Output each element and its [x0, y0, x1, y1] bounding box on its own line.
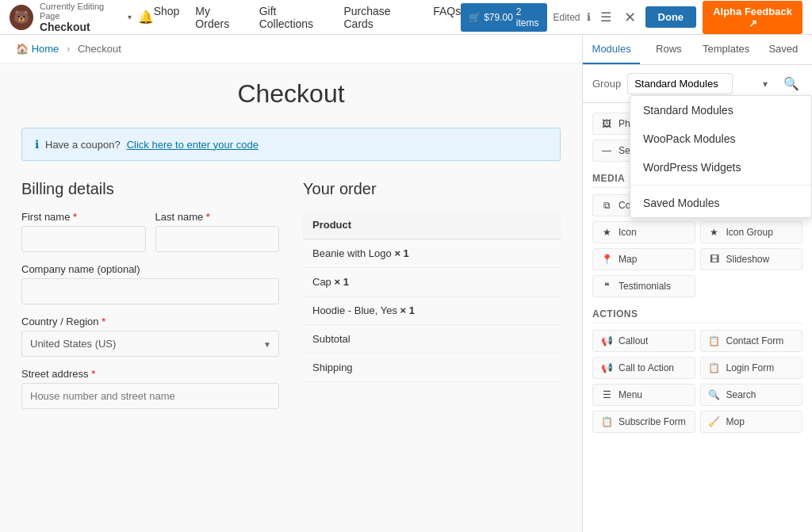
first-name-label: First name * — [21, 211, 146, 223]
search-button[interactable]: 🔍 — [780, 73, 802, 94]
page-title: Checkout — [21, 79, 561, 109]
module-contact-form[interactable]: 📋 Contact Form — [700, 330, 803, 352]
shipping-value — [526, 354, 561, 382]
bell-icon[interactable]: 🔔 — [138, 10, 154, 25]
breadcrumb-home[interactable]: Home — [32, 43, 59, 55]
close-button[interactable]: ✕ — [621, 6, 639, 29]
module-slideshow-label: Slideshow — [726, 254, 770, 265]
last-name-group: Last name * — [155, 211, 280, 252]
cart-price: $79.00 — [484, 12, 513, 23]
nav-bar: Shop My Orders Gift Collections Purchase… — [154, 2, 462, 33]
dropdown-divider — [630, 185, 811, 186]
street-input[interactable] — [21, 383, 279, 409]
item-price — [526, 268, 561, 297]
call-to-action-icon: 📢 — [599, 362, 614, 373]
coupon-link[interactable]: Click here to enter your code — [127, 139, 259, 151]
module-mop[interactable]: 🧹 Mop — [700, 411, 803, 433]
testimonials-icon: ❝ — [599, 281, 614, 292]
icon-group-icon: ★ — [707, 227, 722, 238]
coupon-text: Have a coupon? — [45, 139, 121, 151]
module-map-label: Map — [619, 254, 637, 265]
module-login-form[interactable]: 📋 Login Form — [700, 357, 803, 379]
module-subscribe-form[interactable]: 📋 Subscribe Form — [592, 411, 695, 433]
tab-modules[interactable]: Modules — [583, 35, 640, 64]
required-marker: * — [102, 316, 105, 327]
subtotal-label: Subtotal — [303, 325, 526, 354]
table-row: Cap × 1 — [303, 268, 561, 297]
main-layout: 🏠 Home › Checkout Checkout ℹ Have a coup… — [0, 35, 812, 532]
module-slideshow[interactable]: 🎞 Slideshow — [700, 248, 803, 270]
module-icon-group[interactable]: ★ Icon Group — [700, 221, 803, 243]
slideshow-icon: 🎞 — [707, 254, 722, 265]
module-map[interactable]: 📍 Map — [592, 248, 695, 270]
dropdown-item-standard[interactable]: Standard Modules — [630, 96, 811, 124]
breadcrumb-separator: › — [67, 43, 70, 55]
dropdown-item-wordpress[interactable]: WordPress Widgets — [630, 153, 811, 182]
menu-icon: ☰ — [599, 389, 614, 400]
company-label: Company name (optional) — [21, 263, 279, 275]
top-bar-left: 🐻 Currently Editing Page Checkout ▾ 🔔 — [10, 2, 154, 33]
coupon-info-icon: ℹ — [35, 138, 39, 151]
login-form-icon: 📋 — [707, 362, 722, 373]
required-marker: * — [91, 368, 95, 380]
billing-section: Billing details First name * Last name — [21, 180, 279, 420]
module-callout-label: Callout — [619, 335, 648, 346]
group-label: Group — [592, 78, 621, 90]
module-callout[interactable]: 📢 Callout — [592, 330, 695, 352]
country-group: Country / Region * United States (US) — [21, 316, 279, 357]
last-name-label: Last name * — [155, 211, 280, 223]
last-name-input[interactable] — [155, 226, 280, 252]
nav-gift-collections[interactable]: Gift Collections — [259, 2, 328, 33]
street-label: Street address * — [21, 368, 279, 380]
nav-faqs[interactable]: FAQs — [433, 2, 461, 33]
group-select[interactable]: Standard ModulesWooPack ModulesWordPress… — [627, 73, 733, 94]
country-select[interactable]: United States (US) — [21, 331, 279, 357]
module-contact-form-label: Contact Form — [726, 335, 784, 346]
street-group: Street address * — [21, 368, 279, 409]
order-section: Your order Product Beanie with Logo — [303, 180, 561, 420]
module-menu[interactable]: ☰ Menu — [592, 384, 695, 406]
first-name-input[interactable] — [21, 226, 146, 252]
top-bar-right: 🛒 $79.00 2 items Edited ℹ ☰ ✕ Done Alpha… — [461, 1, 802, 34]
done-button[interactable]: Done — [645, 6, 697, 28]
mop-icon: 🧹 — [707, 416, 722, 427]
module-testimonials[interactable]: ❝ Testimonials — [592, 275, 695, 297]
item-name: Beanie with Logo × 1 — [303, 239, 526, 268]
module-icon[interactable]: ★ Icon — [592, 221, 695, 243]
module-mop-label: Mop — [726, 416, 745, 427]
dropdown-item-woopack[interactable]: WooPack Modules — [630, 124, 811, 153]
separator-icon: — — [599, 145, 614, 156]
module-search[interactable]: 🔍 Search — [700, 384, 803, 406]
first-name-group: First name * — [21, 211, 146, 252]
company-group: Company name (optional) — [21, 263, 279, 304]
top-bar: 🐻 Currently Editing Page Checkout ▾ 🔔 Sh… — [0, 0, 812, 35]
search-module-icon: 🔍 — [707, 389, 722, 400]
order-title: Your order — [303, 180, 561, 198]
callout-icon: 📢 — [599, 335, 614, 346]
module-icon-label: Icon — [619, 227, 637, 238]
item-name: Cap × 1 — [303, 268, 526, 297]
cart-info[interactable]: 🛒 $79.00 2 items — [461, 3, 546, 32]
breadcrumb-current: Checkout — [78, 43, 121, 55]
tab-rows[interactable]: Rows — [640, 35, 697, 64]
tab-templates[interactable]: Templates — [698, 35, 755, 64]
nav-shop[interactable]: Shop — [154, 2, 180, 33]
dropdown-item-saved[interactable]: Saved Modules — [630, 189, 811, 217]
company-input[interactable] — [21, 278, 279, 304]
breadcrumb: 🏠 Home › Checkout — [0, 35, 582, 63]
subtotal-value — [526, 325, 561, 354]
module-call-to-action[interactable]: 📢 Call to Action — [592, 357, 695, 379]
module-testimonials-label: Testimonials — [619, 281, 671, 292]
chevron-down-icon[interactable]: ▾ — [128, 13, 132, 21]
module-grid-actions: 📢 Callout 📋 Contact Form 📢 Call to Actio… — [592, 330, 802, 433]
list-icon-button[interactable]: ☰ — [597, 6, 615, 28]
nav-my-orders[interactable]: My Orders — [195, 2, 243, 33]
right-panel: Modules Rows Templates Saved Group Stand… — [582, 35, 812, 532]
order-table: Product Beanie with Logo × 1 — [303, 211, 561, 382]
subscribe-form-icon: 📋 — [599, 416, 614, 427]
editing-label: Currently Editing Page — [40, 2, 121, 21]
coupon-bar: ℹ Have a coupon? Click here to enter you… — [21, 128, 561, 161]
tab-saved[interactable]: Saved — [755, 35, 812, 64]
feedback-button[interactable]: Alpha Feedback ↗ — [703, 1, 802, 34]
nav-purchase-cards[interactable]: Purchase Cards — [344, 2, 418, 33]
